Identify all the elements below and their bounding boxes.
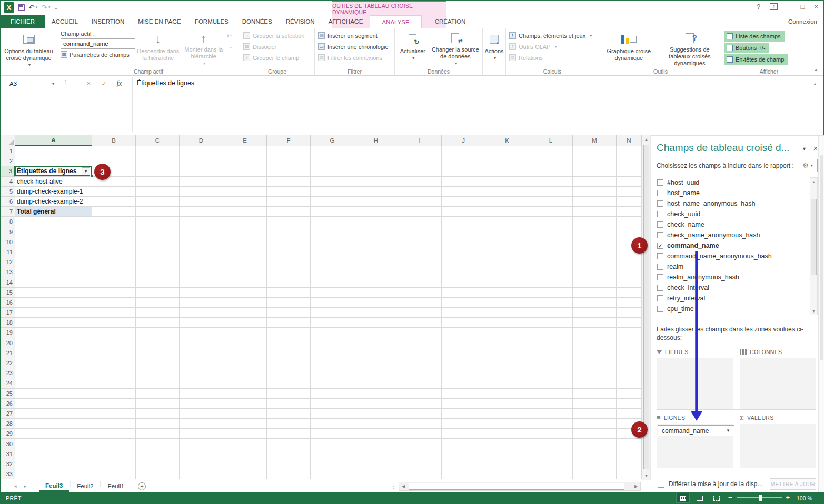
cell-C17[interactable] xyxy=(136,308,180,318)
cell-M22[interactable] xyxy=(573,358,617,368)
cell-M23[interactable] xyxy=(573,368,617,378)
cell-F2[interactable] xyxy=(267,156,311,166)
customize-qat-icon[interactable]: ⌄ xyxy=(54,5,59,11)
cell-K4[interactable] xyxy=(485,177,529,187)
cell-H27[interactable] xyxy=(354,409,398,419)
cell-E30[interactable] xyxy=(223,439,267,449)
cell-B12[interactable] xyxy=(92,257,136,267)
actions-button[interactable]: Actions ▾ xyxy=(485,30,503,62)
cell-M24[interactable] xyxy=(573,378,617,388)
cell-N31[interactable] xyxy=(617,449,642,459)
cell-C12[interactable] xyxy=(136,257,180,267)
cell-B30[interactable] xyxy=(92,439,136,449)
cell-A14[interactable] xyxy=(15,277,92,287)
cell-G8[interactable] xyxy=(311,217,354,227)
cell-F6[interactable] xyxy=(267,197,311,207)
cell-H32[interactable] xyxy=(354,459,398,469)
toggle-liste-des-champs[interactable]: Liste des champs xyxy=(724,31,785,42)
column-header-f[interactable]: F xyxy=(267,135,311,146)
cell-D6[interactable] xyxy=(180,197,223,207)
cell-G13[interactable] xyxy=(311,267,354,277)
cell-B25[interactable] xyxy=(92,389,136,399)
account-link[interactable]: Connexion xyxy=(788,15,823,28)
cell-L2[interactable] xyxy=(529,156,573,166)
field-checkbox-check-name-anonymous-hash[interactable] xyxy=(657,232,663,238)
cell-G26[interactable] xyxy=(311,399,354,409)
cell-G10[interactable] xyxy=(311,237,354,247)
cell-K33[interactable] xyxy=(485,469,529,479)
cell-I20[interactable] xyxy=(398,338,442,348)
cell-G27[interactable] xyxy=(311,409,354,419)
cell-J11[interactable] xyxy=(442,247,485,257)
cell-I23[interactable] xyxy=(398,368,442,378)
expand-field-icon[interactable]: +≡ xyxy=(226,33,237,39)
cell-I15[interactable] xyxy=(398,288,442,298)
cell-A30[interactable] xyxy=(15,439,92,449)
cell-A17[interactable] xyxy=(15,308,92,318)
cell-M28[interactable] xyxy=(573,419,617,429)
cell-K30[interactable] xyxy=(485,439,529,449)
cell-A29[interactable] xyxy=(15,429,92,439)
field-checkbox-realm-anonymous-hash[interactable] xyxy=(657,274,663,280)
cell-I26[interactable] xyxy=(398,399,442,409)
cell-J16[interactable] xyxy=(442,298,485,308)
pane-close-icon[interactable]: × xyxy=(813,144,818,153)
cell-F28[interactable] xyxy=(267,419,311,429)
cell-L23[interactable] xyxy=(529,368,573,378)
minimize-icon[interactable]: – xyxy=(787,3,791,11)
row-header-4[interactable]: 4 xyxy=(1,177,15,187)
cell-F1[interactable] xyxy=(267,146,311,156)
cell-G7[interactable] xyxy=(311,207,354,217)
cell-A15[interactable] xyxy=(15,288,92,298)
cell-F11[interactable] xyxy=(267,247,311,257)
cell-N15[interactable] xyxy=(617,288,642,298)
cell-F17[interactable] xyxy=(267,308,311,318)
cell-J7[interactable] xyxy=(442,207,485,217)
cell-A12[interactable] xyxy=(15,257,92,267)
refresh-button[interactable]: ↻ Actualiser▾ xyxy=(397,30,429,67)
row-header-8[interactable]: 8 xyxy=(1,217,15,227)
cell-H7[interactable] xyxy=(354,207,398,217)
row-header-26[interactable]: 26 xyxy=(1,399,15,409)
row-header-3[interactable]: 3 xyxy=(1,166,15,176)
cell-B28[interactable] xyxy=(92,419,136,429)
cell-B7[interactable] xyxy=(92,207,136,217)
normal-view-icon[interactable] xyxy=(676,493,690,503)
cell-E5[interactable] xyxy=(223,187,267,197)
cell-L20[interactable] xyxy=(529,338,573,348)
cell-J8[interactable] xyxy=(442,217,485,227)
column-header-e[interactable]: E xyxy=(223,135,267,146)
cell-G5[interactable] xyxy=(311,187,354,197)
cell-J6[interactable] xyxy=(442,197,485,207)
page-layout-view-icon[interactable] xyxy=(693,493,707,503)
zoom-in-icon[interactable]: + xyxy=(786,493,790,501)
pane-tools-button[interactable]: ⚙▾ xyxy=(798,159,818,172)
cell-I32[interactable] xyxy=(398,459,442,469)
cell-B33[interactable] xyxy=(92,469,136,479)
cell-C14[interactable] xyxy=(136,277,180,287)
cell-L12[interactable] xyxy=(529,257,573,267)
field-realm[interactable]: realm xyxy=(653,261,818,272)
cell-M13[interactable] xyxy=(573,267,617,277)
cell-B10[interactable] xyxy=(92,237,136,247)
cell-B26[interactable] xyxy=(92,399,136,409)
cell-D23[interactable] xyxy=(180,368,223,378)
cell-M32[interactable] xyxy=(573,459,617,469)
row-header-29[interactable]: 29 xyxy=(1,429,15,439)
cell-D13[interactable] xyxy=(180,267,223,277)
cell-H31[interactable] xyxy=(354,449,398,459)
row-header-23[interactable]: 23 xyxy=(1,368,15,378)
cell-I19[interactable] xyxy=(398,328,442,338)
cell-I6[interactable] xyxy=(398,197,442,207)
row-header-5[interactable]: 5 xyxy=(1,187,15,197)
cell-K14[interactable] xyxy=(485,277,529,287)
tab-analyse[interactable]: ANALYSE xyxy=(370,15,421,28)
cell-K26[interactable] xyxy=(485,399,529,409)
cell-C6[interactable] xyxy=(136,197,180,207)
cell-D22[interactable] xyxy=(180,358,223,368)
cell-M4[interactable] xyxy=(573,177,617,187)
cell-C1[interactable] xyxy=(136,146,180,156)
pane-options-caret-icon[interactable]: ▼ xyxy=(802,146,807,152)
cell-A1[interactable] xyxy=(15,146,92,156)
cell-H4[interactable] xyxy=(354,177,398,187)
